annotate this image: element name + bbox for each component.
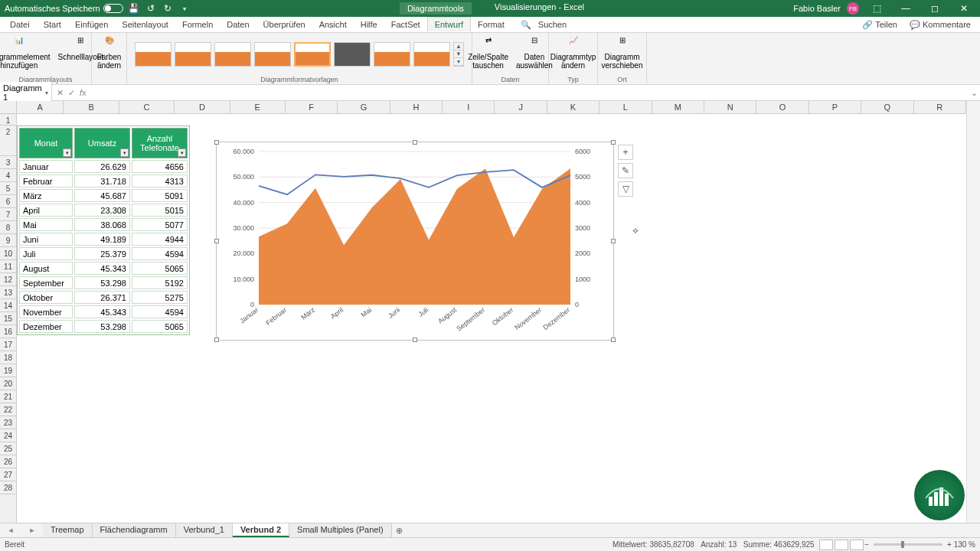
table-row[interactable]: Januar26.6294656 — [19, 160, 188, 173]
column-headers[interactable]: ABCDEFGHIJKLMNOPQR — [17, 101, 966, 114]
row-header[interactable]: 25 — [0, 442, 16, 455]
table-cell[interactable]: August — [19, 262, 73, 275]
chart-style-thumb[interactable] — [135, 42, 172, 67]
column-header[interactable]: N — [704, 101, 756, 113]
row-header[interactable]: 20 — [0, 377, 16, 390]
chart-elements-button[interactable]: + — [618, 145, 633, 160]
table-row[interactable]: Dezember53.2985065 — [19, 320, 188, 333]
search-label[interactable]: Suchen — [531, 18, 573, 31]
column-header[interactable]: G — [338, 101, 390, 113]
sheet-tab[interactable]: Flächendiagramm — [93, 523, 176, 537]
table-cell[interactable]: 53.298 — [74, 276, 130, 289]
table-row[interactable]: Juni49.1894944 — [19, 233, 188, 246]
row-headers[interactable]: 1234567891011121314151617181920212223242… — [0, 114, 17, 523]
search-icon[interactable]: 🔍 — [521, 20, 531, 30]
table-cell[interactable]: 5091 — [132, 189, 188, 202]
cancel-formula-icon[interactable]: ✕ — [57, 88, 64, 98]
table-row[interactable]: September53.2985192 — [19, 276, 188, 289]
ribbon-tab-start[interactable]: Start — [37, 18, 68, 31]
row-header[interactable]: 27 — [0, 468, 16, 481]
user-name[interactable]: Fabio Basler — [793, 4, 841, 13]
qa-customize-icon[interactable]: ▾ — [178, 2, 191, 15]
table-cell[interactable]: Februar — [19, 174, 73, 187]
table-cell[interactable]: April — [19, 204, 73, 217]
table-row[interactable]: März45.6875091 — [19, 189, 188, 202]
zoom-in-button[interactable]: + — [947, 540, 952, 549]
chart-style-thumb[interactable] — [334, 42, 371, 67]
chart-tools-tab[interactable]: Diagrammtools — [400, 2, 472, 15]
table-cell[interactable]: 5065 — [132, 262, 188, 275]
column-header[interactable]: J — [495, 101, 547, 113]
column-header[interactable]: E — [230, 101, 286, 113]
vertical-scrollbar[interactable] — [966, 101, 980, 523]
table-cell[interactable]: 45.343 — [74, 305, 130, 318]
chart-styles-gallery[interactable]: ▲▼▾ — [132, 34, 467, 74]
column-header[interactable]: M — [652, 101, 704, 113]
change-colors-button[interactable]: 🎨Farben ändern — [94, 34, 125, 71]
chart-style-thumb[interactable] — [374, 42, 410, 67]
fx-icon[interactable]: fx — [80, 88, 87, 98]
row-header[interactable]: 16 — [0, 325, 16, 338]
table-cell[interactable]: September — [19, 276, 73, 289]
sheet-tab[interactable]: Treemap — [43, 523, 93, 537]
table-row[interactable]: Februar31.7184313 — [19, 174, 188, 187]
view-page-layout-button[interactable] — [835, 540, 848, 550]
chart-style-thumb[interactable] — [254, 42, 291, 67]
column-header[interactable]: K — [547, 101, 599, 113]
expand-formula-bar-icon[interactable]: ⌄ — [968, 88, 980, 98]
ribbon-tab-überprüfen[interactable]: Überprüfen — [256, 18, 312, 31]
maximize-icon[interactable]: ◻ — [923, 3, 946, 14]
data-table[interactable]: Monat▾Umsatz▾Anzahl Telefonate▾ Januar26… — [17, 126, 190, 335]
add-chart-element-button[interactable]: 📊Diagrammelement hinzufügen — [0, 34, 54, 71]
table-row[interactable]: November45.3434594 — [19, 305, 188, 318]
filter-icon[interactable]: ▾ — [178, 148, 186, 157]
chart-style-thumb[interactable] — [294, 42, 331, 67]
table-cell[interactable]: Mai — [19, 218, 73, 231]
table-cell[interactable]: 53.298 — [74, 320, 130, 333]
column-header[interactable]: D — [175, 101, 230, 113]
row-header[interactable]: 14 — [0, 299, 16, 312]
view-page-break-button[interactable] — [850, 540, 864, 550]
row-header[interactable]: 2 — [0, 126, 16, 156]
filter-icon[interactable]: ▾ — [120, 148, 129, 157]
close-icon[interactable]: ✕ — [952, 3, 975, 14]
column-header[interactable]: C — [119, 101, 175, 113]
table-cell[interactable]: 26.629 — [74, 160, 130, 173]
table-cell[interactable]: 4594 — [132, 305, 188, 318]
sheet-tab[interactable]: Verbund_1 — [176, 523, 233, 537]
view-normal-button[interactable] — [819, 540, 833, 550]
save-icon[interactable]: 💾 — [128, 2, 140, 15]
row-header[interactable]: 18 — [0, 351, 16, 364]
ribbon-tab-seitenlayout[interactable]: Seitenlayout — [115, 18, 175, 31]
select-all-corner[interactable] — [0, 101, 17, 114]
table-cell[interactable]: Juni — [19, 233, 73, 246]
table-cell[interactable]: 25.379 — [74, 247, 130, 260]
embedded-chart[interactable]: 010.00020.00030.00040.00050.00060.000010… — [216, 142, 614, 341]
zoom-slider[interactable] — [874, 543, 942, 546]
table-cell[interactable]: 26.371 — [74, 291, 130, 304]
table-cell[interactable]: März — [19, 189, 73, 202]
row-header[interactable]: 4 — [0, 169, 16, 182]
row-header[interactable]: 15 — [0, 312, 16, 325]
row-header[interactable]: 3 — [0, 156, 16, 169]
table-cell[interactable]: 4944 — [132, 233, 188, 246]
row-header[interactable]: 19 — [0, 364, 16, 377]
sheet-tab[interactable]: Verbund 2 — [233, 523, 289, 537]
table-cell[interactable]: 45.343 — [74, 262, 130, 275]
sheet-tab[interactable]: Small Multiples (Panel) — [289, 523, 391, 537]
row-header[interactable]: 26 — [0, 455, 16, 468]
table-cell[interactable]: 4313 — [132, 174, 188, 187]
chart-styles-button[interactable]: ✎ — [618, 163, 633, 178]
ribbon-tab-formeln[interactable]: Formeln — [175, 18, 220, 31]
comments-button[interactable]: 💬 Kommentare — [903, 18, 977, 32]
column-header[interactable]: I — [443, 101, 495, 113]
share-button[interactable]: 🔗 Teilen — [856, 18, 903, 32]
new-sheet-button[interactable]: ⊕ — [392, 526, 407, 536]
ribbon-tab-ansicht[interactable]: Ansicht — [312, 18, 354, 31]
row-header[interactable]: 1 — [0, 114, 16, 126]
table-row[interactable]: Mai38.0685077 — [19, 218, 188, 231]
column-header[interactable]: O — [756, 101, 808, 113]
row-header[interactable]: 24 — [0, 429, 16, 442]
row-header[interactable]: 9 — [0, 234, 16, 247]
table-header[interactable]: Umsatz▾ — [74, 128, 130, 158]
